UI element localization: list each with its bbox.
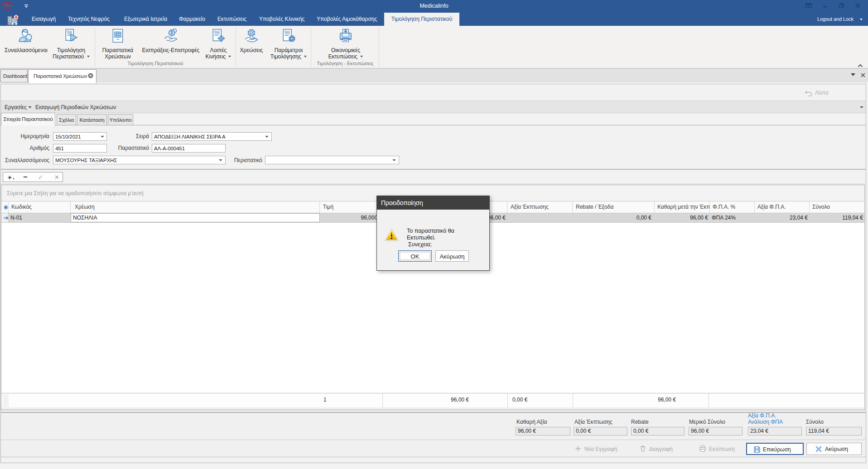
svg-text:1: 1 (170, 30, 173, 35)
